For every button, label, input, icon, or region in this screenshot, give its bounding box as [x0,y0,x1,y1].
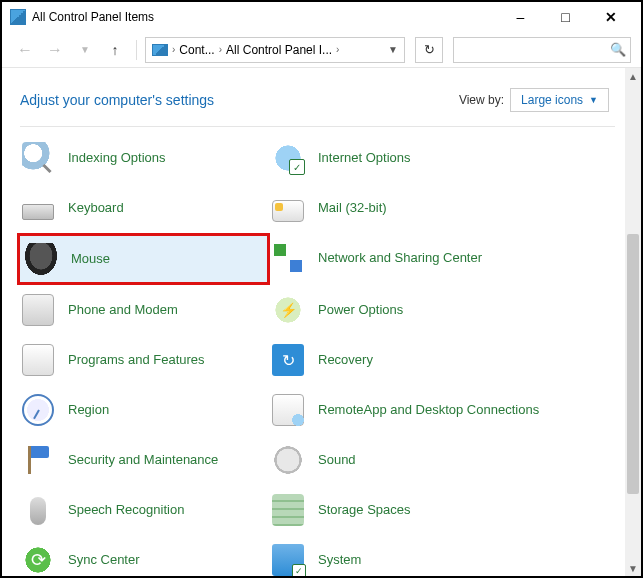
item-label: Mouse [71,251,110,267]
flag-icon [20,442,56,478]
viewby-dropdown[interactable]: Large icons ▼ [510,88,609,112]
mail-icon [270,190,306,226]
item-sync-center[interactable]: Sync Center [20,535,270,576]
clock-icon [20,392,56,428]
item-label: Phone and Modem [68,302,178,318]
forward-button[interactable]: → [42,37,68,63]
magnifier-icon [20,140,56,176]
item-system[interactable]: System [270,535,580,576]
viewby-label: View by: [459,93,504,107]
microphone-icon [20,492,56,528]
item-label: Indexing Options [68,150,166,166]
battery-icon [270,292,306,328]
close-button[interactable]: ✕ [588,3,633,31]
scroll-down-button[interactable]: ▼ [625,560,641,576]
scroll-track[interactable] [625,84,641,560]
minimize-button[interactable]: – [498,3,543,31]
item-label: Keyboard [68,200,124,216]
back-button[interactable]: ← [12,37,38,63]
scroll-thumb[interactable] [627,234,639,494]
item-region[interactable]: Region [20,385,270,435]
search-input[interactable] [460,43,610,57]
vertical-scrollbar[interactable]: ▲ ▼ [625,68,641,576]
item-label: RemoteApp and Desktop Connections [318,402,539,418]
window-title: All Control Panel Items [32,10,498,24]
search-box[interactable]: 🔍 [453,37,631,63]
speaker-icon [270,442,306,478]
item-remoteapp[interactable]: RemoteApp and Desktop Connections [270,385,580,435]
item-label: Speech Recognition [68,502,184,518]
item-storage-spaces[interactable]: Storage Spaces [270,485,580,535]
sync-icon [20,542,56,576]
monitor-icon [270,542,306,576]
item-security-maintenance[interactable]: Security and Maintenance [20,435,270,485]
toolbar: ← → ▼ ↑ › Cont... › All Control Panel I.… [2,32,641,68]
content-area: Adjust your computer's settings View by:… [2,68,641,576]
recent-locations-button[interactable]: ▼ [72,37,98,63]
item-label: Network and Sharing Center [318,250,482,266]
item-power-options[interactable]: Power Options [270,285,580,335]
chevron-right-icon: › [172,44,175,55]
viewby-value: Large icons [521,93,583,107]
item-mouse[interactable]: Mouse [17,233,270,285]
item-programs-features[interactable]: Programs and Features [20,335,270,385]
control-panel-icon [10,9,26,25]
breadcrumb-segment-1[interactable]: Cont... [179,43,214,57]
item-sound[interactable]: Sound [270,435,580,485]
item-label: Internet Options [318,150,411,166]
control-panel-window: All Control Panel Items – □ ✕ ← → ▼ ↑ › … [0,0,643,578]
maximize-button[interactable]: □ [543,3,588,31]
titlebar: All Control Panel Items – □ ✕ [2,2,641,32]
item-label: Mail (32-bit) [318,200,387,216]
remote-icon [270,392,306,428]
item-speech-recognition[interactable]: Speech Recognition [20,485,270,535]
item-label: Storage Spaces [318,502,411,518]
drives-icon [270,492,306,528]
globe-icon [270,140,306,176]
window-controls: – □ ✕ [498,3,633,31]
item-label: System [318,552,361,568]
items-grid: Indexing Options Internet Options Keyboa… [20,127,625,576]
item-label: Sync Center [68,552,140,568]
item-network-sharing[interactable]: Network and Sharing Center [270,233,580,283]
item-label: Region [68,402,109,418]
phone-icon [20,292,56,328]
item-label: Sound [318,452,356,468]
item-mail[interactable]: Mail (32-bit) [270,183,580,233]
item-recovery[interactable]: Recovery [270,335,580,385]
mouse-icon [23,241,59,277]
item-phone-modem[interactable]: Phone and Modem [20,285,270,335]
item-label: Power Options [318,302,403,318]
item-internet-options[interactable]: Internet Options [270,133,580,183]
item-label: Security and Maintenance [68,452,218,468]
network-icon [270,240,306,276]
box-icon [20,342,56,378]
up-button[interactable]: ↑ [102,37,128,63]
refresh-button[interactable]: ↻ [415,37,443,63]
item-indexing-options[interactable]: Indexing Options [20,133,270,183]
item-label: Programs and Features [68,352,205,368]
item-keyboard[interactable]: Keyboard [20,183,270,233]
breadcrumb-segment-2[interactable]: All Control Panel I... [226,43,332,57]
heading-row: Adjust your computer's settings View by:… [20,68,625,126]
address-icon [152,44,168,56]
chevron-right-icon: › [219,44,222,55]
chevron-right-icon: › [336,44,339,55]
address-bar[interactable]: › Cont... › All Control Panel I... › ▼ [145,37,405,63]
search-icon: 🔍 [610,42,626,57]
scroll-up-button[interactable]: ▲ [625,68,641,84]
recovery-icon [270,342,306,378]
main-panel: Adjust your computer's settings View by:… [2,68,625,576]
item-label: Recovery [318,352,373,368]
keyboard-icon [20,190,56,226]
separator [136,40,137,60]
address-dropdown-icon[interactable]: ▼ [388,44,398,55]
page-heading: Adjust your computer's settings [20,92,459,108]
chevron-down-icon: ▼ [589,95,598,105]
